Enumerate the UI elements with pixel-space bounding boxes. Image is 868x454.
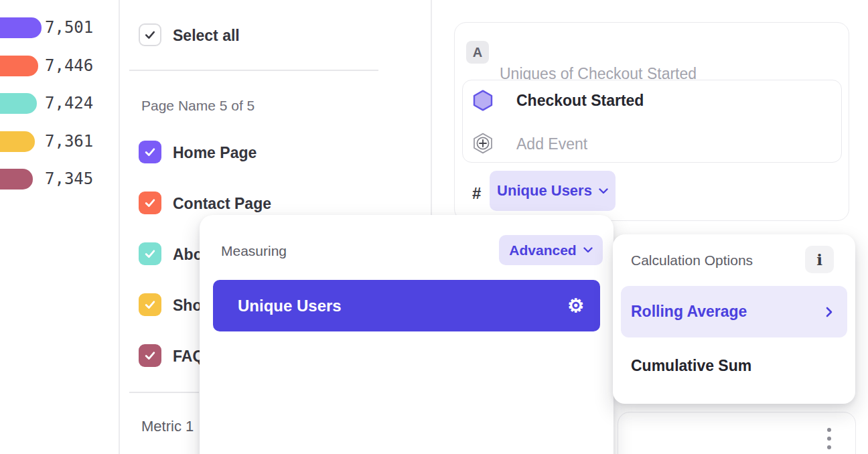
select-all-label[interactable]: Select all	[173, 27, 240, 45]
bar-segment[interactable]	[0, 56, 38, 76]
measuring-title: Measuring	[221, 243, 287, 259]
menu-option-unique-users[interactable]: Unique Users ⚙	[213, 280, 600, 331]
event-card: Checkout Started Add Event	[462, 80, 842, 163]
measurement-dropdown[interactable]: Unique Users	[490, 171, 616, 211]
checkmark-icon	[143, 298, 157, 311]
event-name[interactable]: Checkout Started	[516, 92, 644, 110]
filter-checkbox-faq[interactable]	[139, 344, 161, 367]
metric-divider	[129, 392, 199, 393]
chevron-right-icon	[826, 307, 833, 317]
filter-checkbox-home-page[interactable]	[139, 141, 161, 163]
checkmark-icon	[143, 145, 157, 159]
bar-value: 7,501	[45, 17, 93, 38]
checkmark-icon	[143, 349, 157, 362]
bar-segment[interactable]	[0, 17, 42, 38]
gear-icon[interactable]: ⚙	[567, 297, 584, 315]
filter-checkbox-shop[interactable]	[139, 293, 161, 316]
chevron-down-icon	[583, 247, 593, 253]
bar-value: 7,446	[45, 56, 93, 76]
add-event-label[interactable]: Add Event	[516, 135, 587, 153]
checkmark-icon	[143, 196, 157, 210]
select-all-checkbox[interactable]	[139, 23, 161, 46]
add-event-icon[interactable]	[473, 133, 493, 154]
measuring-popup: Measuring Advanced Unique Users ⚙ Total …	[200, 215, 613, 454]
advanced-mode-dropdown[interactable]: Advanced	[499, 235, 603, 265]
bar-segment[interactable]	[0, 93, 37, 114]
filter-checkbox-about[interactable]	[139, 242, 161, 265]
bar-segment[interactable]	[0, 131, 35, 152]
hash-symbol: #	[472, 184, 481, 203]
filter-group-label: Page Name 5 of 5	[141, 98, 255, 114]
panel-divider	[119, 0, 120, 454]
filter-item-label[interactable]: Contact Page	[173, 195, 271, 213]
bar-value: 7,361	[45, 131, 93, 152]
menu-option-label: Unique Users	[238, 297, 342, 315]
calculation-options-title: Calculation Options	[631, 252, 753, 269]
chevron-down-icon	[599, 188, 608, 194]
bar-value: 7,345	[45, 169, 93, 190]
calc-option-cumulative-sum[interactable]: Cumulative Sum	[631, 357, 751, 375]
filter-item-label[interactable]: Home Page	[173, 144, 257, 162]
event-hexagon-icon	[473, 90, 493, 111]
series-badge: A	[466, 41, 489, 64]
analytics-app-screen: 7,501 7,446 7,424 7,361 7,345 Select all…	[0, 0, 868, 454]
info-icon[interactable]: i	[805, 246, 834, 273]
checkmark-icon	[143, 247, 157, 260]
measurement-value: Unique Users	[497, 182, 592, 200]
filter-checkbox-contact-page[interactable]	[139, 192, 161, 214]
calc-option-rolling-average[interactable]: Rolling Average	[621, 286, 847, 337]
calculation-options-popup: Calculation Options i Rolling Average Cu…	[613, 234, 855, 404]
advanced-mode-label: Advanced	[509, 242, 576, 258]
metric-card-secondary	[618, 412, 856, 454]
bar-segment[interactable]	[0, 169, 33, 190]
calc-option-label: Rolling Average	[631, 303, 747, 321]
filter-divider	[129, 70, 378, 71]
metric-label[interactable]: Metric 1	[141, 418, 194, 435]
bar-value: 7,424	[45, 93, 93, 114]
checkmark-icon	[143, 28, 157, 42]
query-builder-card: A Uniques of Checkout Started Checkout S…	[454, 22, 849, 221]
